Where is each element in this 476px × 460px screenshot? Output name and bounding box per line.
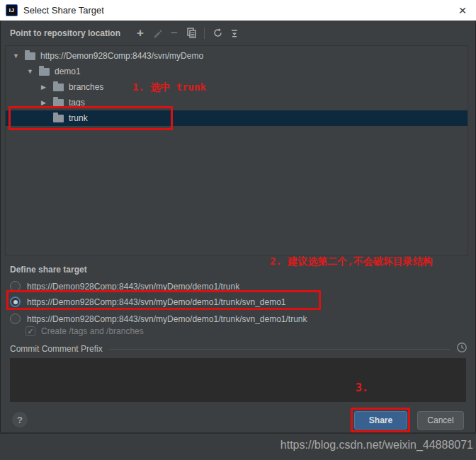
copy-location-icon[interactable] (183, 25, 200, 41)
share-target-option-2[interactable]: https://Demon928Comp:8443/svn/myDemo/dem… (10, 295, 286, 309)
annotation-step1: 1. 选中 trunk (132, 81, 206, 94)
tree-row-tags[interactable]: ▶ tags (6, 95, 468, 110)
share-button[interactable]: Share (354, 411, 407, 430)
remove-icon[interactable]: − (166, 25, 183, 41)
history-clock-icon[interactable] (456, 342, 468, 356)
folder-icon (25, 52, 35, 60)
window-title: Select Share Target (23, 5, 104, 16)
radio-icon (10, 281, 21, 292)
cancel-button[interactable]: Cancel (417, 411, 464, 430)
expand-arrow-icon[interactable]: ▼ (27, 68, 39, 75)
refresh-icon[interactable] (209, 25, 226, 41)
create-tags-branches-checkbox[interactable]: ✓ Create /tags and /branches (26, 325, 144, 338)
close-icon[interactable]: × (455, 4, 470, 17)
tree-label: https://Demon928Comp:8443/svn/myDemo (40, 51, 203, 61)
radio-icon (10, 297, 21, 307)
radio-label: https://Demon928Comp:8443/svn/myDemo/dem… (27, 314, 307, 324)
annotation-step2: 2. 建议选第二个,不会破坏目录结构 (270, 255, 433, 268)
toolbar-separator (204, 28, 205, 39)
intellij-app-icon: IJ (6, 4, 18, 16)
checkbox-label: Create /tags and /branches (41, 326, 144, 336)
folder-icon (39, 68, 50, 76)
select-share-target-dialog: IJ Select Share Target × Point to reposi… (0, 0, 476, 460)
radio-label: https://Demon928Comp:8443/svn/myDemo/dem… (27, 282, 239, 292)
help-button[interactable]: ? (12, 412, 28, 427)
radio-label: https://Demon928Comp:8443/svn/myDemo/dem… (27, 297, 286, 307)
folder-icon (53, 115, 64, 122)
tree-row-repo-root[interactable]: ▼ https://Demon928Comp:8443/svn/myDemo (6, 48, 468, 64)
tree-row-branches[interactable]: ▶ branches (6, 79, 468, 95)
checkbox-icon: ✓ (26, 326, 35, 336)
repository-toolbar: Point to repository location + − (0, 21, 476, 45)
tree-label: tags (69, 98, 85, 108)
commit-comment-prefix-row: Commit Comment Prefix (10, 343, 468, 355)
collapse-arrow-icon[interactable]: ▶ (41, 84, 53, 91)
tree-row-demo1[interactable]: ▼ demo1 (6, 64, 468, 79)
expand-arrow-icon[interactable]: ▼ (13, 52, 25, 59)
tree-label: trunk (69, 113, 88, 123)
collapse-all-icon[interactable] (226, 25, 243, 41)
commit-comment-prefix-label: Commit Comment Prefix (10, 344, 103, 354)
add-repository-icon[interactable]: + (132, 25, 149, 41)
separator-line (109, 349, 450, 350)
toolbar-label: Point to repository location (10, 28, 120, 38)
title-bar: IJ Select Share Target × (0, 0, 476, 21)
tree-label: branches (69, 82, 103, 92)
annotation-step3: 3. (356, 381, 368, 394)
share-target-option-3[interactable]: https://Demon928Comp:8443/svn/myDemo/dem… (10, 312, 307, 326)
tree-row-trunk[interactable]: trunk (6, 110, 468, 126)
radio-icon (10, 314, 21, 324)
folder-icon (53, 99, 64, 107)
define-share-target-heading: Define share target (10, 265, 87, 275)
repository-tree: ▼ https://Demon928Comp:8443/svn/myDemo ▼… (5, 45, 468, 255)
folder-icon (53, 84, 64, 91)
collapse-arrow-icon[interactable]: ▶ (41, 99, 53, 106)
tree-label: demo1 (55, 67, 81, 76)
edit-pencil-icon[interactable] (149, 25, 166, 41)
commit-comment-input[interactable] (10, 358, 466, 402)
watermark-text: https://blog.csdn.net/weixin_44888071 (280, 439, 473, 452)
share-target-option-1[interactable]: https://Demon928Comp:8443/svn/myDemo/dem… (10, 280, 239, 293)
